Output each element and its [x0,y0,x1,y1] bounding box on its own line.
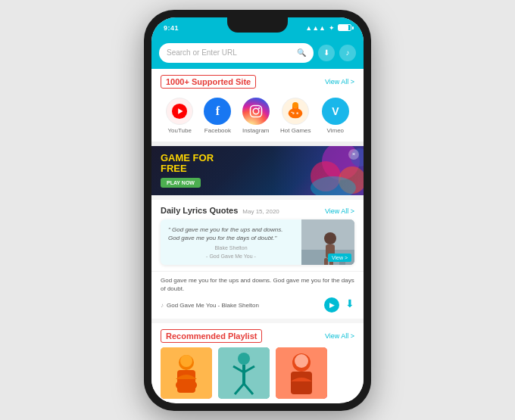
svg-point-8 [292,102,298,108]
lyrics-section: Daily Lyrics Quotes May 15, 2020 View Al… [151,200,364,319]
status-bar: 9:41 ▲▲▲ ✦ [151,17,364,39]
svg-point-21 [324,232,336,244]
playlist-card-img-3 [276,347,327,399]
playlist-title: Recommended Playlist [161,329,262,343]
ad-title-line1: GAME FOR [161,153,214,163]
site-facebook[interactable]: f Facebook [204,98,231,134]
site-hotgames[interactable]: Hot Games [280,98,311,134]
youtube-icon [166,98,193,125]
quote-image-bg: View > [301,219,354,265]
bluetooth-icon: ✦ [329,24,335,32]
lyrics-title: Daily Lyrics Quotes [161,206,238,215]
playlist-card-3[interactable]: The Happiest Pop [276,347,327,401]
lyrics-header: Daily Lyrics Quotes May 15, 2020 View Al… [151,200,364,219]
song-title: God Gave Me You - Blake Shelton [167,302,259,309]
song-name: ♪ God Gave Me You - Blake Shelton [161,302,259,309]
instagram-icon [242,98,270,125]
svg-rect-11 [291,111,293,112]
instagram-label: Instagram [242,127,270,134]
playlist-cards: Classical Meditation [151,347,364,401]
hotgames-icon [282,98,309,125]
download-icon-btn[interactable]: ⬇ [318,45,335,61]
play-now-button[interactable]: PLAY NOW [161,178,201,188]
site-youtube[interactable]: YouTube [166,98,193,134]
playlist-view-all[interactable]: View All > [325,332,354,340]
facebook-label: Facebook [204,127,231,134]
sites-row: YouTube f Facebook [151,93,364,146]
music-note-icon: ♪ [161,302,164,309]
download-button[interactable]: ⬇ [345,297,354,313]
music-icon-btn[interactable]: ♪ [339,45,356,61]
ad-text: GAME FOR FREE PLAY NOW [161,153,214,188]
song-controls: ♪ God Gave Me You - Blake Shelton ▶ ⬇ [161,297,354,313]
svg-point-5 [289,108,303,118]
play-button[interactable]: ▶ [324,297,339,313]
search-bar-container: Search or Enter URL 🔍 ⬇ ♪ [151,39,364,69]
song-actions: ▶ ⬇ [324,297,354,313]
notch [227,17,288,33]
quote-text: " God gave me you for the ups and downs.… [168,226,294,242]
quote-song-source: - God Gave Me You - [168,254,294,259]
svg-point-31 [238,353,250,365]
lyrics-date: May 15, 2020 [242,208,279,215]
song-description: God gave me you for the ups and downs. G… [161,276,354,293]
ad-banner[interactable]: GAME FOR FREE PLAY NOW × [151,146,364,195]
playlist-card-2[interactable]: Indie Yoga [218,347,270,401]
main-content: 1000+ Supported Site View All > YouTube … [151,69,364,402]
ad-close-button[interactable]: × [348,149,359,160]
ad-title-line2: FREE [161,163,214,174]
playlist-card-img-1 [161,347,212,399]
svg-point-10 [297,112,299,114]
playlist-card-img-2 [218,347,270,399]
battery-fill [339,25,348,30]
phone-frame: 9:41 ▲▲▲ ✦ Search or Enter URL 🔍 ⬇ ♪ [144,10,371,411]
song-row: God gave me you for the ups and downs. G… [151,271,364,319]
quote-artist: Blake Shelton [168,245,294,250]
supported-sites-title: 1000+ Supported Site [161,75,256,89]
quote-view-button[interactable]: View > [328,254,351,262]
quote-text-block: " God gave me you for the ups and downs.… [161,219,301,265]
site-vimeo[interactable]: V Vimeo [322,98,349,134]
playlist-card-1[interactable]: Classical Meditation [161,347,212,401]
search-icon: 🔍 [297,48,306,57]
header-icons: ⬇ ♪ [318,45,356,61]
svg-point-3 [253,108,259,114]
svg-rect-39 [291,372,312,394]
playlist-header: Recommended Playlist View All > [151,323,364,347]
search-bar[interactable]: Search or Enter URL 🔍 [159,43,314,63]
svg-point-40 [295,354,308,368]
status-icons: ▲▲▲ ✦ [305,24,351,32]
battery-icon [338,24,351,31]
supported-sites-view-all[interactable]: View All > [325,78,354,86]
quote-image: View > [301,219,354,265]
phone-screen: 9:41 ▲▲▲ ✦ Search or Enter URL 🔍 ⬇ ♪ [151,17,364,403]
svg-rect-2 [250,105,261,117]
status-time: 9:41 [164,24,179,32]
youtube-label: YouTube [167,127,191,134]
vimeo-icon: V [322,98,349,125]
quote-card: " God gave me you for the ups and downs.… [161,219,354,265]
site-instagram[interactable]: Instagram [242,98,270,134]
supported-sites-header: 1000+ Supported Site View All > [151,69,364,93]
facebook-icon: f [204,98,231,125]
lyrics-title-group: Daily Lyrics Quotes May 15, 2020 [161,206,279,215]
playlist-section: Recommended Playlist View All > [151,323,364,401]
svg-point-28 [180,355,192,367]
hotgames-label: Hot Games [280,127,311,134]
svg-point-4 [258,107,260,108]
wifi-icon: ▲▲▲ [305,24,326,32]
search-placeholder: Search or Enter URL [167,48,292,57]
lyrics-view-all[interactable]: View All > [325,207,354,215]
svg-point-29 [176,379,197,391]
vimeo-label: Vimeo [327,127,345,134]
